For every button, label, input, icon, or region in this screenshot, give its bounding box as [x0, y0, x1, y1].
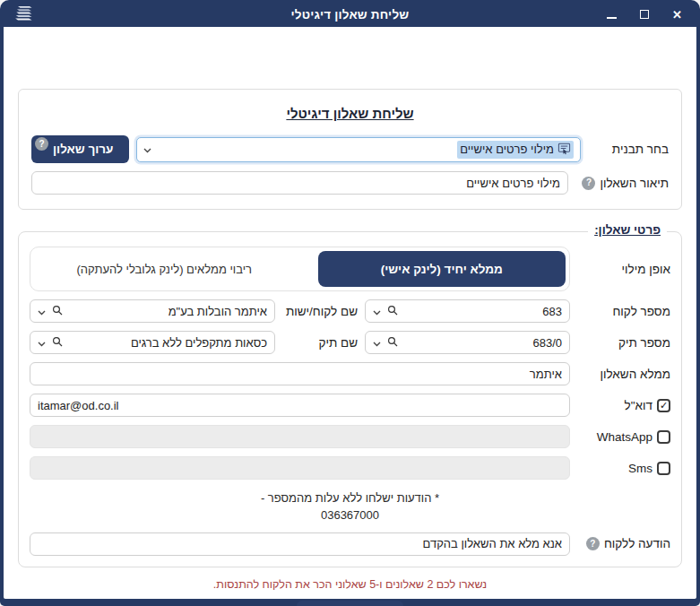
sms-checkbox[interactable] [657, 462, 670, 475]
edit-help-icon[interactable]: ? [35, 137, 48, 151]
close-button[interactable]: ✕ [672, 6, 682, 22]
customer-name-label: שם לקוח/ישות [282, 305, 358, 318]
customer-row: מספר לקוח שם לקוח/ישות [30, 299, 670, 323]
edit-questionnaire-button[interactable]: ערוך שאלון ? [31, 135, 129, 163]
free-note-line1: * הודעות ישלחו ללא עלות מהמספר - [30, 490, 670, 507]
tab-multi-filler[interactable]: ריבוי ממלאים (לינק גלובלי להעתקה) [30, 247, 298, 290]
choose-template-label: בחר תבנית [588, 143, 669, 156]
chevron-down-icon[interactable] [373, 305, 381, 318]
minimize-icon [607, 17, 617, 19]
fill-mode-tabs: ממלא יחיד (לינק אישי) ריבוי ממלאים (לינק… [30, 247, 570, 291]
description-help-icon[interactable]: ? [582, 177, 595, 190]
close-icon: ✕ [672, 9, 682, 21]
template-groupbox: שליחת שאלון דיגיטלי בחר תבנית [18, 89, 682, 210]
chevron-down-icon[interactable] [38, 305, 46, 318]
app-logo-icon [13, 4, 36, 24]
case-number-combo [365, 331, 570, 354]
case-number-input[interactable] [404, 336, 562, 350]
customer-message-input[interactable] [30, 532, 570, 556]
customer-message-label-cell: הודעה ללקוח ? [577, 537, 670, 550]
search-icon[interactable] [52, 336, 63, 350]
whatsapp-label-cell: WhatsApp [577, 430, 670, 444]
description-row: תיאור השאלון ? [31, 171, 669, 195]
window-controls: ✕ [607, 6, 687, 22]
chevron-down-icon[interactable] [38, 336, 46, 350]
whatsapp-checkbox[interactable] [657, 430, 670, 444]
template-selected-chip: מילוי פרטים אישיים [457, 141, 574, 159]
whatsapp-label: WhatsApp [597, 430, 652, 444]
email-label: דוא"ל [625, 399, 652, 412]
maximize-button[interactable] [640, 6, 649, 22]
sms-label: Sms [628, 462, 652, 475]
template-selected-value: מילוי פרטים אישיים [460, 143, 554, 156]
description-label: תיאור השאלון [600, 177, 669, 190]
free-note-number: 036367000 [30, 507, 670, 524]
window-title: שליחת שאלון דיגיטלי [4, 8, 696, 22]
customer-number-label: מספר לקוח [577, 305, 670, 318]
template-icon [557, 142, 571, 158]
case-name-input[interactable] [69, 336, 267, 350]
case-name-combo [30, 331, 275, 354]
whatsapp-channel-row: WhatsApp [30, 425, 670, 448]
fill-mode-label: אופן מילוי [577, 263, 670, 276]
search-icon[interactable] [387, 336, 398, 350]
email-channel-row: ✓ דוא"ל [30, 394, 670, 417]
finish-and-send-button[interactable]: סיים ושלח [297, 601, 403, 606]
edit-questionnaire-label: ערוך שאלון [53, 143, 113, 156]
customer-name-input[interactable] [69, 305, 267, 318]
sms-input [30, 456, 570, 480]
choose-template-row: בחר תבנית מילוי פרטים אישיים [31, 135, 669, 163]
customer-number-combo [365, 299, 570, 323]
page-title: שליחת שאלון דיגיטלי [31, 106, 669, 121]
remaining-questionnaires-note: נשארו לכם 2 שאלונים ו-5 שאלוני הכר את הל… [4, 578, 696, 591]
case-name-label: שם תיק [282, 336, 358, 350]
customer-name-combo [30, 299, 275, 323]
customer-message-help-icon[interactable]: ? [586, 537, 600, 550]
dialog-window: שליחת שאלון דיגיטלי ✕ שליחת שאלון דיגיטל… [0, 0, 700, 606]
customer-message-row: הודעה ללקוח ? [30, 532, 670, 556]
customer-number-input[interactable] [404, 305, 562, 318]
email-label-cell: ✓ דוא"ל [577, 399, 670, 412]
chevron-down-icon[interactable] [373, 336, 381, 350]
sms-label-cell: Sms [577, 462, 670, 475]
case-row: מספר תיק שם תיק [30, 331, 670, 354]
sms-channel-row: Sms [30, 456, 670, 480]
case-number-label: מספר תיק [577, 336, 670, 350]
title-bar: שליחת שאלון דיגיטלי ✕ [4, 0, 696, 27]
email-checkbox[interactable]: ✓ [657, 399, 670, 412]
template-dropdown[interactable]: מילוי פרטים אישיים [136, 137, 581, 162]
customer-message-label: הודעה ללקוח [604, 537, 670, 550]
description-label-cell: תיאור השאלון ? [575, 177, 669, 190]
details-legend: פרטי שאלון: [588, 223, 667, 237]
chevron-down-icon [143, 143, 151, 156]
description-input[interactable] [31, 171, 568, 195]
email-input[interactable] [30, 394, 570, 417]
search-icon[interactable] [52, 305, 63, 318]
free-of-charge-note: * הודעות ישלחו ללא עלות מהמספר - 0363670… [30, 490, 670, 524]
maximize-icon [640, 10, 649, 19]
filler-input[interactable] [30, 362, 570, 385]
search-icon[interactable] [387, 305, 398, 318]
fill-mode-row: אופן מילוי ממלא יחיד (לינק אישי) ריבוי מ… [30, 247, 670, 291]
filler-row: ממלא השאלון [30, 362, 670, 385]
questionnaire-details-section: פרטי שאלון: אופן מילוי ממלא יחיד (לינק א… [18, 231, 682, 567]
minimize-button[interactable] [607, 6, 617, 22]
filler-label: ממלא השאלון [577, 368, 670, 381]
tab-single-filler[interactable]: ממלא יחיד (לינק אישי) [318, 251, 566, 287]
whatsapp-input [30, 425, 570, 448]
dialog-content: שליחת שאלון דיגיטלי בחר תבנית [4, 27, 696, 599]
